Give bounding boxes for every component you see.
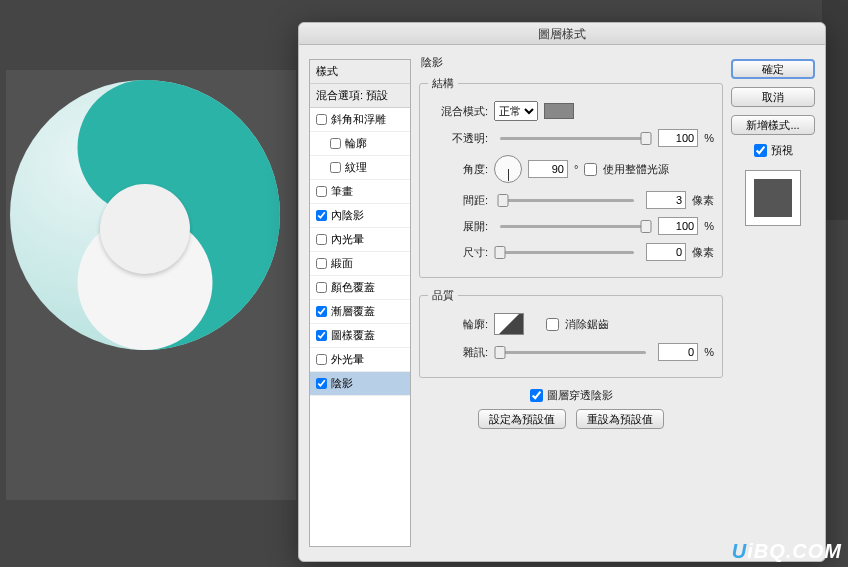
quality-group: 品質 輪廓: 消除鋸齒 雜訊: % (419, 288, 723, 378)
styles-list: 樣式 混合選項: 預設 斜角和浮雕 輪廓 紋理 筆畫 內陰影 內光暈 緞面 顏色… (309, 59, 411, 547)
texture-checkbox[interactable] (330, 162, 341, 173)
effect-outer-glow[interactable]: 外光暈 (310, 348, 410, 372)
distance-slider[interactable] (500, 199, 634, 202)
effect-inner-shadow[interactable]: 內陰影 (310, 204, 410, 228)
opacity-input[interactable] (658, 129, 698, 147)
drop-shadow-checkbox[interactable] (316, 378, 327, 389)
effect-color-overlay[interactable]: 顏色覆蓋 (310, 276, 410, 300)
contour-checkbox[interactable] (330, 138, 341, 149)
bevel-checkbox[interactable] (316, 114, 327, 125)
panel-title: 陰影 (421, 55, 723, 70)
distance-input[interactable] (646, 191, 686, 209)
reset-default-button[interactable]: 重設為預設值 (576, 409, 664, 429)
size-input[interactable] (646, 243, 686, 261)
styles-header[interactable]: 樣式 (310, 60, 410, 84)
color-overlay-checkbox[interactable] (316, 282, 327, 293)
angle-dial[interactable] (494, 155, 522, 183)
effect-pattern-overlay[interactable]: 圖樣覆蓋 (310, 324, 410, 348)
spread-input[interactable] (658, 217, 698, 235)
outer-glow-checkbox[interactable] (316, 354, 327, 365)
effect-texture[interactable]: 紋理 (310, 156, 410, 180)
structure-group: 結構 混合模式: 正常 不透明: % 角度: ° (419, 76, 723, 278)
satin-checkbox[interactable] (316, 258, 327, 269)
watermark: UUiBQ.COMiBQ.COM (732, 540, 842, 563)
size-slider[interactable] (500, 251, 634, 254)
layer-style-dialog: 圖層樣式 樣式 混合選項: 預設 斜角和浮雕 輪廓 紋理 筆畫 內陰影 內光暈 … (298, 22, 826, 562)
cancel-button[interactable]: 取消 (731, 87, 815, 107)
contour-picker[interactable] (494, 313, 524, 335)
shadow-color-swatch[interactable] (544, 103, 574, 119)
effect-gradient-overlay[interactable]: 漸層覆蓋 (310, 300, 410, 324)
inner-shadow-checkbox[interactable] (316, 210, 327, 221)
effect-satin[interactable]: 緞面 (310, 252, 410, 276)
inner-glow-checkbox[interactable] (316, 234, 327, 245)
new-style-button[interactable]: 新增樣式... (731, 115, 815, 135)
stroke-checkbox[interactable] (316, 186, 327, 197)
effect-inner-glow[interactable]: 內光暈 (310, 228, 410, 252)
canvas-artwork (10, 80, 280, 350)
pattern-overlay-checkbox[interactable] (316, 330, 327, 341)
knockout-checkbox[interactable] (530, 389, 543, 402)
ok-button[interactable]: 確定 (731, 59, 815, 79)
effect-drop-shadow[interactable]: 陰影 (310, 372, 410, 396)
noise-input[interactable] (658, 343, 698, 361)
opacity-slider[interactable] (500, 137, 646, 140)
global-light-checkbox[interactable] (584, 163, 597, 176)
gradient-overlay-checkbox[interactable] (316, 306, 327, 317)
preview-thumbnail (745, 170, 801, 226)
dialog-title: 圖層樣式 (299, 23, 825, 45)
effect-contour[interactable]: 輪廓 (310, 132, 410, 156)
effect-bevel[interactable]: 斜角和浮雕 (310, 108, 410, 132)
make-default-button[interactable]: 設定為預設值 (478, 409, 566, 429)
noise-slider[interactable] (500, 351, 646, 354)
effect-stroke[interactable]: 筆畫 (310, 180, 410, 204)
preview-checkbox[interactable] (754, 144, 767, 157)
spread-slider[interactable] (500, 225, 646, 228)
blend-options-row[interactable]: 混合選項: 預設 (310, 84, 410, 108)
blend-mode-select[interactable]: 正常 (494, 101, 538, 121)
antialias-checkbox[interactable] (546, 318, 559, 331)
angle-input[interactable] (528, 160, 568, 178)
